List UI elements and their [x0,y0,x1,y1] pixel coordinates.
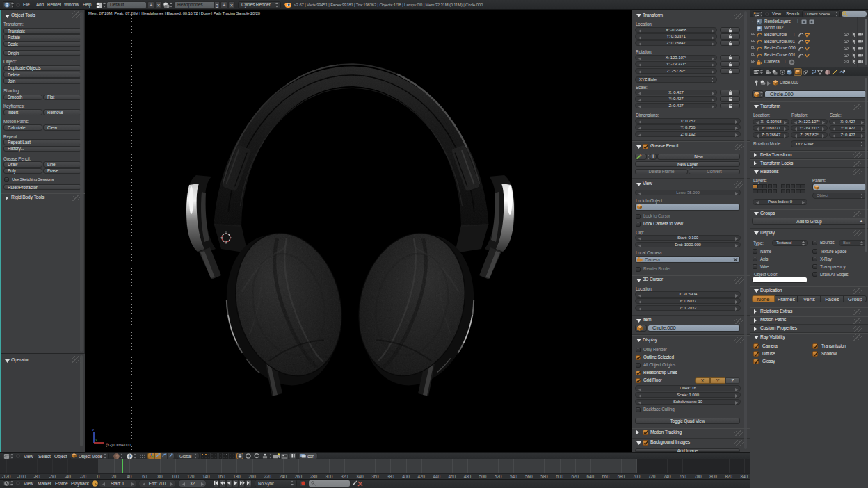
svg-text:z: z [92,428,94,432]
svg-text:y: y [95,437,97,441]
